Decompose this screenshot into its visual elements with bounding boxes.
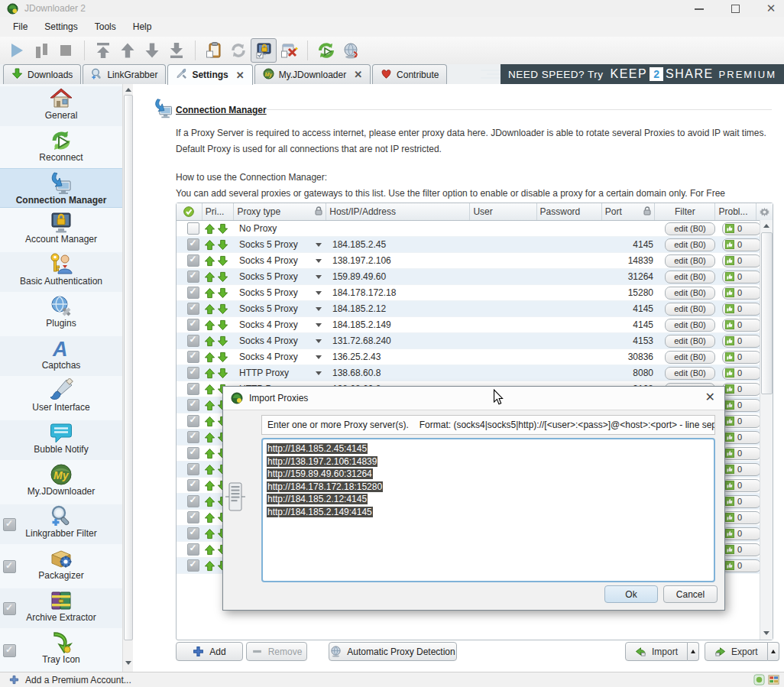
proxy-password-cell[interactable] xyxy=(540,317,606,332)
proxy-enabled-checkbox[interactable] xyxy=(187,367,199,379)
proxy-password-cell[interactable] xyxy=(540,221,606,236)
column-filter[interactable]: Filter xyxy=(655,203,715,220)
proxy-enabled-checkbox[interactable] xyxy=(187,383,199,395)
problems-button[interactable]: 0 xyxy=(722,431,761,444)
proxy-password-cell[interactable] xyxy=(540,333,606,348)
auto-proxy-detection-button[interactable]: Automatic Proxy Detection xyxy=(329,642,457,661)
add-premium-account-link[interactable]: Add a Premium Account... xyxy=(25,675,131,685)
priority-up-icon[interactable] xyxy=(204,303,215,315)
priority-down-icon[interactable] xyxy=(217,368,228,379)
sidebar-item-checkbox[interactable] xyxy=(3,644,16,657)
proxy-host-cell[interactable]: 136.25.2.43 xyxy=(328,349,473,365)
minimize-button[interactable] xyxy=(694,3,705,14)
dialog-title-bar[interactable]: Import Proxies ✕ xyxy=(223,387,724,410)
proxy-enabled-checkbox[interactable] xyxy=(187,431,199,443)
import-options-arrow[interactable] xyxy=(688,642,699,661)
sidebar-item-checkbox[interactable] xyxy=(3,602,16,615)
table-scroll-up-icon[interactable] xyxy=(760,221,773,231)
problems-button[interactable]: 0 xyxy=(722,527,761,540)
proxy-user-cell[interactable] xyxy=(473,269,540,284)
sidebar-item-packagizer[interactable]: Packagizer xyxy=(0,546,122,586)
sidebar-scroll-thumb[interactable] xyxy=(124,95,133,640)
proxy-enabled-checkbox[interactable] xyxy=(187,319,199,331)
pause-downloads-button[interactable] xyxy=(29,39,53,62)
sidebar-item-tray-icon[interactable]: Tray Icon xyxy=(0,630,122,670)
proxy-port-cell[interactable]: 14839 xyxy=(606,253,659,268)
proxy-enabled-checkbox[interactable] xyxy=(187,287,199,299)
proxy-row[interactable]: Socks 5 Proxy 159.89.49.60 31264 edit (B… xyxy=(177,269,773,285)
dialog-close-icon[interactable]: ✕ xyxy=(705,391,715,403)
keep2share-banner[interactable]: NEED SPEED? Try KEEP 2 SHARE PREMIUM xyxy=(501,64,784,84)
remove-proxy-button[interactable]: Remove xyxy=(246,642,307,661)
proxy-row[interactable]: Socks 5 Proxy 184.178.172.18 15280 edit … xyxy=(177,285,773,301)
table-settings-gear-icon[interactable] xyxy=(756,203,773,220)
priority-down-icon[interactable] xyxy=(217,319,228,331)
proxy-host-cell[interactable]: 159.89.49.60 xyxy=(328,269,473,284)
proxy-row[interactable]: Socks 4 Proxy 131.72.68.240 4153 edit (B… xyxy=(177,333,773,349)
filter-edit-button[interactable]: edit (B0) xyxy=(665,287,715,300)
priority-up-icon[interactable] xyxy=(204,335,215,347)
tab-close-icon[interactable]: ✕ xyxy=(354,69,362,80)
priority-down-icon[interactable] xyxy=(217,255,228,267)
priority-up-icon[interactable] xyxy=(204,352,215,363)
proxy-enabled-checkbox[interactable] xyxy=(187,447,199,459)
proxy-type-cell[interactable]: Socks 4 Proxy xyxy=(235,253,328,268)
move-up-button[interactable] xyxy=(115,39,140,62)
priority-up-icon[interactable] xyxy=(204,560,215,572)
close-button[interactable]: ✕ xyxy=(766,3,776,14)
ok-button[interactable]: Ok xyxy=(604,585,658,603)
sidebar-item-reconnect[interactable]: Reconnect xyxy=(0,128,122,168)
proxy-host-cell[interactable]: 131.72.68.240 xyxy=(328,333,473,348)
proxy-host-cell[interactable]: 184.185.2.149 xyxy=(328,317,473,332)
proxy-password-cell[interactable] xyxy=(540,365,606,381)
sidebar-item-myjdownloader[interactable]: My My.JDownloader xyxy=(0,462,122,502)
sidebar-item-checkbox[interactable] xyxy=(3,560,16,573)
stop-downloads-button[interactable] xyxy=(53,39,78,62)
tab-linkgrabber[interactable]: LinkGrabber xyxy=(83,64,166,84)
proxy-password-cell[interactable] xyxy=(540,237,606,252)
filter-edit-button[interactable]: edit (B0) xyxy=(665,351,715,364)
problems-button[interactable]: 0 xyxy=(722,335,761,348)
proxy-port-cell[interactable]: 15280 xyxy=(606,285,659,300)
sidebar-item-plugins[interactable]: Plugins xyxy=(0,294,122,334)
tab-myjdownloader[interactable]: My My.JDownloader ✕ xyxy=(254,64,371,84)
filter-edit-button[interactable]: edit (B0) xyxy=(665,367,715,380)
proxy-password-cell[interactable] xyxy=(540,253,606,268)
proxy-enabled-checkbox[interactable] xyxy=(187,303,199,315)
problems-button[interactable]: 0 xyxy=(722,254,761,267)
sidebar-item-checkbox[interactable] xyxy=(3,518,16,531)
scroll-down-icon[interactable] xyxy=(123,658,133,668)
sidebar-item-bubble-notify[interactable]: Bubble Notify xyxy=(0,420,122,460)
proxy-host-cell[interactable]: 184.178.172.18 xyxy=(328,285,473,300)
proxy-list-textarea[interactable]: http://184.185.2.45:4145http://138.197.2… xyxy=(261,438,715,582)
sidebar-item-connection-manager[interactable]: Connection Manager xyxy=(0,168,122,208)
problems-button[interactable]: 0 xyxy=(722,303,761,316)
proxy-enabled-checkbox[interactable] xyxy=(187,415,199,427)
problems-button[interactable]: 0 xyxy=(722,447,761,460)
priority-down-icon[interactable] xyxy=(217,223,228,235)
dropdown-icon[interactable] xyxy=(316,323,322,327)
proxy-enabled-checkbox[interactable] xyxy=(187,351,199,363)
sidebar-item-general[interactable]: General xyxy=(0,86,122,126)
proxy-password-cell[interactable] xyxy=(540,349,606,365)
filter-edit-button[interactable]: edit (B0) xyxy=(665,335,715,348)
problems-button[interactable]: 0 xyxy=(722,271,761,284)
import-button[interactable]: Import xyxy=(625,642,699,661)
table-scrollbar[interactable] xyxy=(760,220,773,640)
add-proxy-button[interactable]: Add xyxy=(176,642,243,661)
priority-up-icon[interactable] xyxy=(204,528,215,540)
proxy-host-cell[interactable]: 138.68.60.8 xyxy=(328,365,473,381)
problems-button[interactable]: 0 xyxy=(722,319,761,332)
column-priority[interactable]: Pri... xyxy=(202,203,235,220)
problems-button[interactable]: 0 xyxy=(722,511,761,524)
column-user[interactable]: User xyxy=(470,203,536,220)
proxy-type-cell[interactable]: Socks 5 Proxy xyxy=(235,269,328,284)
proxy-type-cell[interactable]: Socks 4 Proxy xyxy=(235,349,328,365)
proxy-user-cell[interactable] xyxy=(473,301,540,316)
dropdown-icon[interactable] xyxy=(316,291,322,295)
priority-down-icon[interactable] xyxy=(217,303,228,315)
sidebar-item-basic-authentication[interactable]: Basic Authentication xyxy=(0,252,122,292)
proxy-user-cell[interactable] xyxy=(473,253,540,268)
column-port[interactable]: Port xyxy=(602,203,655,220)
problems-button[interactable]: 0 xyxy=(722,463,761,476)
